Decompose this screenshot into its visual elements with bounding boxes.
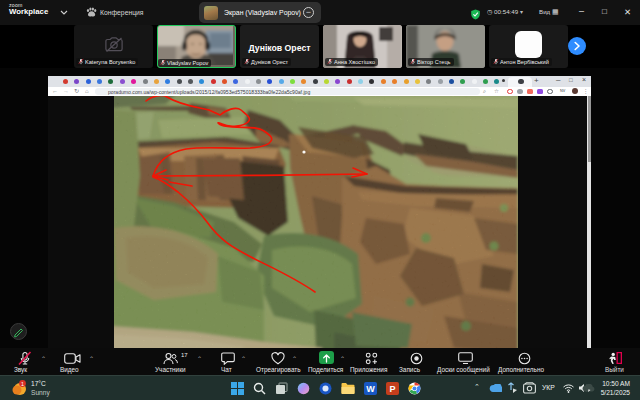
svg-text:P: P: [389, 384, 395, 394]
svg-text:1: 1: [21, 381, 24, 387]
svg-text:W: W: [366, 384, 375, 394]
